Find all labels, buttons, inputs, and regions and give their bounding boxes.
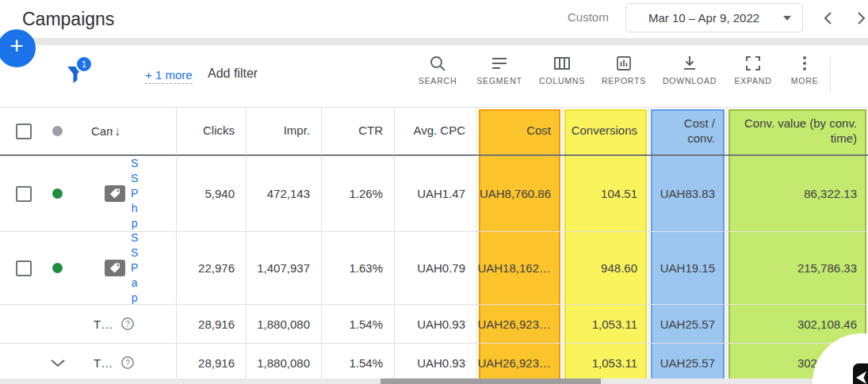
total-label: T… — [94, 356, 113, 370]
segment-label: SEGMENT — [476, 76, 522, 86]
date-range-picker[interactable]: Mar 10 – Apr 9, 2022 — [625, 3, 803, 32]
help-icon[interactable]: ? — [120, 355, 135, 370]
cell-cost: UAH26,923… — [476, 343, 562, 382]
cell-cost-per-conv: UAH25.57 — [648, 304, 726, 343]
cell-avg-cpc: UAH0.93 — [394, 343, 476, 382]
download-button[interactable]: DOWNLOAD — [656, 54, 723, 95]
next-date-range-button[interactable] — [851, 5, 868, 32]
column-clicks[interactable]: Clicks — [176, 108, 246, 156]
cell-avg-cpc: UAH1.47 — [394, 156, 476, 231]
column-ctr[interactable]: CTR — [321, 108, 394, 156]
cell-cost: UAH8,760.86 — [476, 156, 562, 231]
reports-icon — [614, 54, 633, 73]
cursor-arrow-icon — [855, 370, 868, 384]
more-vertical-icon — [795, 54, 814, 73]
column-cost-per-conv[interactable]: Cost / conv. — [648, 108, 726, 156]
svg-text:?: ? — [125, 320, 130, 329]
columns-label: COLUMNS — [539, 76, 585, 86]
filter-button[interactable]: 1 — [60, 59, 97, 90]
search-icon — [428, 54, 447, 73]
status-enabled-dot — [52, 188, 63, 199]
segment-button[interactable]: SEGMENT — [466, 54, 533, 95]
date-range-type-label: Custom — [568, 0, 609, 35]
cell-ctr: 1.63% — [321, 231, 394, 304]
campaign-name-link[interactable]: S S P h p — [131, 156, 138, 231]
search-label: SEARCH — [419, 76, 457, 86]
download-icon — [680, 54, 699, 73]
horizontal-scrollbar-thumb[interactable] — [380, 378, 601, 384]
search-button[interactable]: SEARCH — [404, 54, 471, 95]
caret-down-icon — [783, 16, 791, 21]
help-icon[interactable]: ? — [120, 317, 135, 331]
cell-conversions: 104.51 — [562, 156, 648, 231]
row-checkbox[interactable] — [16, 260, 32, 276]
cursor-indicator — [853, 363, 868, 384]
cell-avg-cpc: UAH0.79 — [394, 231, 476, 304]
sort-descending-icon: ↓ — [114, 124, 120, 139]
add-filter-button[interactable]: Add filter — [208, 67, 258, 81]
reports-button[interactable]: REPORTS — [591, 54, 657, 95]
download-label: DOWNLOAD — [663, 76, 717, 86]
cell-conversions: 948.60 — [562, 231, 648, 304]
cell-ctr: 1.54% — [321, 304, 394, 343]
more-label: MORE — [791, 76, 819, 86]
cell-clicks: 22,976 — [176, 231, 246, 304]
cell-ctr: 1.54% — [321, 343, 394, 382]
cell-conv-value: 215,786.33 — [726, 231, 868, 304]
column-impressions[interactable]: Impr. — [246, 108, 321, 156]
content-top-strip — [0, 38, 868, 45]
column-campaign-label: Cam — [91, 124, 113, 138]
column-conversions[interactable]: Conversions — [562, 108, 648, 156]
total-label: T… — [94, 317, 113, 331]
label-tag-icon — [105, 260, 125, 276]
chevron-down-icon — [48, 353, 68, 372]
filter-count-badge: 1 — [75, 55, 93, 73]
cell-conv-value: 86,322.13 — [726, 156, 868, 231]
cell-cost-per-conv: UAH19.15 — [648, 231, 726, 304]
segment-icon — [490, 54, 509, 73]
column-campaign[interactable]: Cam ↓ — [0, 108, 176, 156]
status-dot-header — [52, 126, 63, 136]
more-filters-link[interactable]: + 1 more — [145, 68, 193, 84]
horizontal-scrollbar[interactable] — [0, 378, 868, 384]
more-button[interactable]: MORE — [771, 54, 838, 95]
status-enabled-dot — [52, 263, 63, 273]
reports-label: REPORTS — [602, 76, 646, 86]
cell-conversions: 1,053.11 — [562, 343, 648, 382]
cell-cost-per-conv: UAH83.83 — [648, 156, 726, 231]
columns-icon — [553, 54, 572, 73]
column-conv-value[interactable]: Conv. value (by conv. time) — [726, 108, 868, 156]
toolbar-divider — [830, 56, 831, 93]
column-avg-cpc[interactable]: Avg. CPC — [394, 108, 476, 156]
row-checkbox[interactable] — [16, 186, 32, 202]
column-cost[interactable]: Cost — [476, 108, 562, 156]
svg-text:?: ? — [125, 359, 130, 367]
select-all-checkbox[interactable] — [16, 124, 32, 139]
total-row-label-cell: T… ? — [0, 304, 176, 343]
cell-cost-per-conv: UAH25.57 — [648, 343, 726, 382]
cell-clicks: 5,940 — [176, 156, 246, 231]
cell-conversions: 1,053.11 — [562, 304, 648, 343]
cell-ctr: 1.26% — [321, 156, 394, 231]
top-bar: Campaigns Custom Mar 10 – Apr 9, 2022 — [0, 0, 868, 38]
cell-impressions: 472,143 — [246, 156, 321, 231]
label-tag-icon — [105, 185, 125, 202]
campaigns-page: Campaigns Custom Mar 10 – Apr 9, 2022 + … — [0, 0, 868, 384]
campaigns-table: Cam ↓ Clicks Impr. CTR Avg. CPC Cost Con… — [0, 107, 868, 382]
page-title: Campaigns — [22, 0, 114, 38]
cell-clicks: 28,916 — [176, 304, 246, 343]
chevron-left-icon — [819, 9, 838, 28]
plus-icon: + — [0, 32, 36, 59]
campaign-name-link[interactable]: S S P a p — [131, 231, 138, 304]
expand-icon — [744, 54, 763, 73]
previous-date-range-button[interactable] — [819, 5, 843, 32]
table-row-campaign-cell: S S P a p — [0, 231, 176, 304]
cell-cost: UAH26,923… — [476, 304, 562, 343]
add-campaign-fab[interactable]: + — [0, 29, 36, 67]
date-range-value: Mar 10 – Apr 9, 2022 — [648, 11, 759, 25]
expand-totals-button[interactable] — [48, 353, 68, 372]
columns-button[interactable]: COLUMNS — [529, 54, 595, 95]
chevron-right-icon — [851, 9, 868, 28]
cell-impressions: 1,407,937 — [246, 231, 321, 304]
cell-impressions: 1,880,080 — [246, 304, 321, 343]
